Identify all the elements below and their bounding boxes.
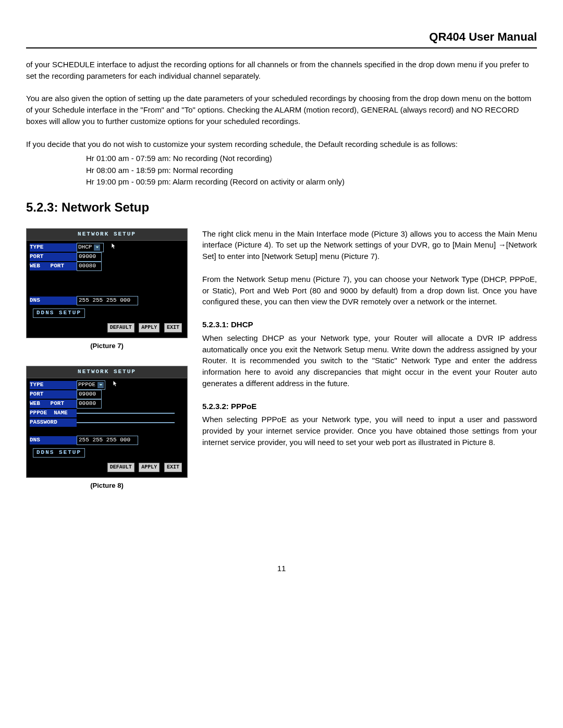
panel-title: NETWORK SETUP xyxy=(27,366,187,378)
page-number: 11 xyxy=(26,563,537,574)
section-title: 5.2.3: Network Setup xyxy=(26,199,537,217)
picture-8-caption: (Picture 8) xyxy=(26,481,188,491)
type-label: TYPE xyxy=(30,381,77,389)
chevron-down-icon xyxy=(94,244,100,251)
apply-button[interactable]: APPLY xyxy=(139,463,160,473)
web-port-label: WEB PORT xyxy=(30,400,77,408)
type-dropdown[interactable]: PPPOE xyxy=(77,380,105,390)
network-setup-panel-pic8: NETWORK SETUP TYPE PPPOE PORT xyxy=(26,366,188,478)
web-port-value[interactable]: 00080 xyxy=(77,399,102,409)
pppoe-paragraph: When selecting PPPoE as your Network typ… xyxy=(202,414,537,448)
header-rule xyxy=(26,47,537,48)
password-value[interactable] xyxy=(77,422,175,423)
exit-button[interactable]: EXIT xyxy=(164,323,182,333)
web-port-row[interactable]: WEB PORT 00080 xyxy=(30,399,184,409)
right-paragraph-1: The right click menu in the Main Interfa… xyxy=(202,228,537,262)
pppoe-name-row[interactable]: PPPOE NAME xyxy=(30,409,184,418)
default-schedule-block: Hr 01:00 am - 07:59 am: No recording (No… xyxy=(86,153,537,188)
pppoe-heading: 5.2.3.2: PPPoE xyxy=(202,401,537,412)
picture-7-caption: (Picture 7) xyxy=(26,341,188,351)
type-row[interactable]: TYPE DHCP xyxy=(30,243,184,252)
ddns-setup-button[interactable]: DDNS SETUP xyxy=(33,309,85,318)
dns-row[interactable]: DNS 255 255 255 000 xyxy=(30,296,184,305)
cursor-icon xyxy=(111,243,116,252)
chevron-down-icon xyxy=(97,382,104,388)
type-row[interactable]: TYPE PPPOE xyxy=(30,380,184,390)
apply-button[interactable]: APPLY xyxy=(139,323,160,333)
type-value: PPPOE xyxy=(78,381,95,389)
intro-paragraph-3: If you decide that you do not wish to cu… xyxy=(26,139,537,150)
default-button[interactable]: DEFAULT xyxy=(107,463,134,473)
web-port-label: WEB PORT xyxy=(30,262,77,270)
right-paragraph-2: From the Network Setup menu (Picture 7),… xyxy=(202,274,537,307)
panel-title: NETWORK SETUP xyxy=(27,229,187,241)
pppoe-name-label: PPPOE NAME xyxy=(30,409,77,417)
dns-label: DNS xyxy=(30,297,77,305)
type-value: DHCP xyxy=(78,243,92,252)
network-setup-panel-pic7: NETWORK SETUP TYPE DHCP PORT xyxy=(26,228,188,338)
intro-paragraph-1: of your SCHEDULE interface to adjust the… xyxy=(26,59,537,82)
page-title: QR404 User Manual xyxy=(26,29,537,45)
pppoe-name-value[interactable] xyxy=(77,413,175,414)
port-row[interactable]: PORT 09000 xyxy=(30,390,184,399)
default-button[interactable]: DEFAULT xyxy=(107,323,134,333)
port-row[interactable]: PORT 09000 xyxy=(30,252,184,262)
schedule-line: Hr 08:00 am - 18:59 pm: Normal recording xyxy=(86,165,537,177)
dns-value[interactable]: 255 255 255 000 xyxy=(77,436,138,445)
dns-value[interactable]: 255 255 255 000 xyxy=(77,296,138,305)
web-port-value[interactable]: 00080 xyxy=(77,262,102,271)
web-port-row[interactable]: WEB PORT 00080 xyxy=(30,262,184,271)
intro-paragraph-2: You are also given the option of setting… xyxy=(26,93,537,127)
port-value[interactable]: 09000 xyxy=(77,252,102,262)
schedule-line: Hr 01:00 am - 07:59 am: No recording (No… xyxy=(86,153,537,165)
type-label: TYPE xyxy=(30,243,77,252)
exit-button[interactable]: EXIT xyxy=(164,463,182,473)
schedule-line: Hr 19:00 pm - 00:59 pm: Alarm recording … xyxy=(86,176,537,188)
dhcp-paragraph: When selecting DHCP as your Network type… xyxy=(202,332,537,389)
port-value[interactable]: 09000 xyxy=(77,390,102,399)
cursor-icon xyxy=(113,380,118,390)
ddns-setup-button[interactable]: DDNS SETUP xyxy=(33,448,85,458)
dns-row[interactable]: DNS 255 255 255 000 xyxy=(30,436,184,445)
type-dropdown[interactable]: DHCP xyxy=(77,243,104,252)
password-label: PASSWORD xyxy=(30,418,77,427)
port-label: PORT xyxy=(30,390,77,399)
port-label: PORT xyxy=(30,253,77,261)
dns-label: DNS xyxy=(30,436,77,445)
password-row[interactable]: PASSWORD xyxy=(30,418,184,427)
dhcp-heading: 5.2.3.1: DHCP xyxy=(202,319,537,330)
